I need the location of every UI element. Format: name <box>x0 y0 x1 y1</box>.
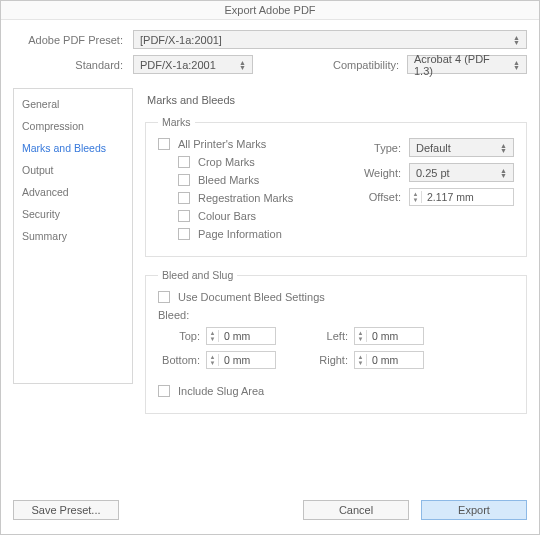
bleed-top-label: Top: <box>158 330 206 342</box>
chk-label: Page Information <box>198 228 282 240</box>
chk-colour-bars[interactable]: Colour Bars <box>178 210 343 222</box>
bleed-label: Bleed: <box>158 309 514 321</box>
sidebar-item-marks-bleeds[interactable]: Marks and Bleeds <box>14 137 132 159</box>
chk-bleed-marks[interactable]: Bleed Marks <box>178 174 343 186</box>
save-preset-button[interactable]: Save Preset... <box>13 500 119 520</box>
preset-label: Adobe PDF Preset: <box>13 34 133 46</box>
bleed-right-input[interactable]: ▲▼ 0 mm <box>354 351 424 369</box>
weight-select[interactable]: 0.25 pt ▲▼ <box>409 163 514 182</box>
checkbox-icon <box>178 156 190 168</box>
bleed-slug-fieldset: Bleed and Slug Use Document Bleed Settin… <box>145 269 527 414</box>
spinner-icon[interactable]: ▲▼ <box>207 354 219 366</box>
chk-registration-marks[interactable]: Regestration Marks <box>178 192 343 204</box>
bleed-bottom-input[interactable]: ▲▼ 0 mm <box>206 351 276 369</box>
sidebar-item-output[interactable]: Output <box>14 159 132 181</box>
bleed-right-label: Right: <box>306 354 354 366</box>
chk-all-printers-marks[interactable]: All Printer's Marks <box>158 138 343 150</box>
chk-label: All Printer's Marks <box>178 138 266 150</box>
updown-icon: ▲▼ <box>513 60 520 70</box>
bleed-top-input[interactable]: ▲▼ 0 mm <box>206 327 276 345</box>
sidebar-item-security[interactable]: Security <box>14 203 132 225</box>
checkbox-icon <box>178 228 190 240</box>
weight-label: Weight: <box>359 167 409 179</box>
category-sidebar: General Compression Marks and Bleeds Out… <box>13 88 133 384</box>
bleed-left-input[interactable]: ▲▼ 0 mm <box>354 327 424 345</box>
marks-legend: Marks <box>158 116 195 128</box>
chk-include-slug[interactable]: Include Slug Area <box>158 385 514 397</box>
chk-page-info[interactable]: Page Information <box>178 228 343 240</box>
standard-label: Standard: <box>13 59 133 71</box>
sidebar-item-summary[interactable]: Summary <box>14 225 132 247</box>
panel-main: Marks and Bleeds Marks All Printer's Mar… <box>145 88 527 490</box>
spinner-icon[interactable]: ▲▼ <box>207 330 219 342</box>
chk-label: Colour Bars <box>198 210 256 222</box>
updown-icon: ▲▼ <box>513 35 520 45</box>
compat-select[interactable]: Acrobat 4 (PDF 1.3) ▲▼ <box>407 55 527 74</box>
dialog-title: Export Adobe PDF <box>1 1 539 20</box>
dialog-footer: Save Preset... Cancel Export <box>1 490 539 534</box>
chk-label: Crop Marks <box>198 156 255 168</box>
checkbox-icon <box>158 138 170 150</box>
sidebar-item-compression[interactable]: Compression <box>14 115 132 137</box>
marks-fieldset: Marks All Printer's Marks Crop Marks <box>145 116 527 257</box>
chk-label: Bleed Marks <box>198 174 259 186</box>
type-label: Type: <box>359 142 409 154</box>
offset-value: 2.117 mm <box>422 191 479 203</box>
chk-label: Regestration Marks <box>198 192 293 204</box>
export-button[interactable]: Export <box>421 500 527 520</box>
spinner-icon[interactable]: ▲▼ <box>355 330 367 342</box>
updown-icon: ▲▼ <box>239 60 246 70</box>
updown-icon: ▲▼ <box>500 168 507 178</box>
panel-title: Marks and Bleeds <box>145 88 527 116</box>
top-fields: Adobe PDF Preset: [PDF/X-1a:2001] ▲▼ Sta… <box>1 20 539 88</box>
type-select[interactable]: Default ▲▼ <box>409 138 514 157</box>
bleed-slug-legend: Bleed and Slug <box>158 269 237 281</box>
sidebar-item-general[interactable]: General <box>14 93 132 115</box>
standard-value: PDF/X-1a:2001 <box>140 59 216 71</box>
standard-select[interactable]: PDF/X-1a:2001 ▲▼ <box>133 55 253 74</box>
type-value: Default <box>416 142 451 154</box>
offset-input[interactable]: ▲▼ 2.117 mm <box>409 188 514 206</box>
chk-label: Use Document Bleed Settings <box>178 291 325 303</box>
checkbox-icon <box>178 174 190 186</box>
cancel-button[interactable]: Cancel <box>303 500 409 520</box>
checkbox-icon <box>158 385 170 397</box>
updown-icon: ▲▼ <box>500 143 507 153</box>
chk-use-doc-bleed[interactable]: Use Document Bleed Settings <box>158 291 514 303</box>
compat-label: Compatibility: <box>333 59 407 71</box>
preset-value: [PDF/X-1a:2001] <box>140 34 222 46</box>
bleed-right-value: 0 mm <box>367 354 403 366</box>
checkbox-icon <box>158 291 170 303</box>
bleed-left-value: 0 mm <box>367 330 403 342</box>
checkbox-icon <box>178 210 190 222</box>
chk-label: Include Slug Area <box>178 385 264 397</box>
sidebar-item-advanced[interactable]: Advanced <box>14 181 132 203</box>
weight-value: 0.25 pt <box>416 167 450 179</box>
export-pdf-dialog: Export Adobe PDF Adobe PDF Preset: [PDF/… <box>0 0 540 535</box>
chk-crop-marks[interactable]: Crop Marks <box>178 156 343 168</box>
compat-value: Acrobat 4 (PDF 1.3) <box>414 53 509 77</box>
bleed-bottom-label: Bottom: <box>158 354 206 366</box>
spinner-icon[interactable]: ▲▼ <box>355 354 367 366</box>
bleed-top-value: 0 mm <box>219 330 255 342</box>
offset-label: Offset: <box>359 191 409 203</box>
bleed-bottom-value: 0 mm <box>219 354 255 366</box>
bleed-left-label: Left: <box>306 330 354 342</box>
spinner-icon[interactable]: ▲▼ <box>410 191 422 203</box>
preset-select[interactable]: [PDF/X-1a:2001] ▲▼ <box>133 30 527 49</box>
checkbox-icon <box>178 192 190 204</box>
